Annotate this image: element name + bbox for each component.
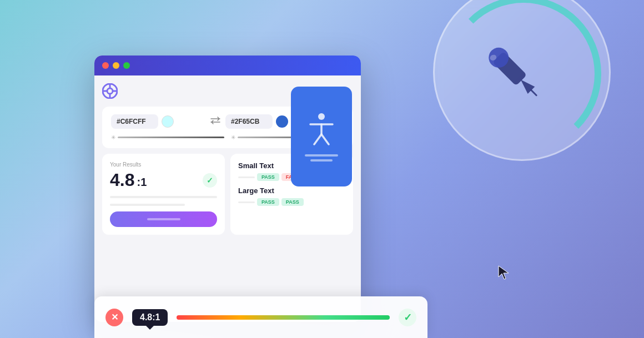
color1-container: #C6FCFF	[111, 114, 205, 129]
gradient-bar-container	[177, 315, 390, 320]
bar-placeholder-2	[110, 204, 185, 206]
ratio-colon: :1	[137, 176, 147, 189]
large-text-badge-row: PASS PASS	[238, 198, 345, 206]
check-icon: ✓	[404, 311, 412, 324]
ratio-number: 4.8	[110, 170, 134, 190]
purple-button-inner	[147, 218, 180, 220]
access-line-1	[305, 154, 338, 157]
svg-line-15	[531, 90, 536, 95]
bottom-grid: Your Results 4.8 :1 ✓	[102, 154, 353, 235]
small-text-pass-badge: PASS	[257, 173, 279, 181]
app-logo	[102, 83, 118, 99]
results-card: Your Results 4.8 :1 ✓	[102, 154, 225, 235]
bottom-bar: ✕ 4.8:1 ✓	[94, 296, 427, 338]
access-card-lines	[305, 154, 338, 162]
svg-point-6	[318, 113, 325, 120]
svg-point-1	[107, 88, 113, 94]
slider1-star: ✳	[111, 134, 115, 140]
swap-icon[interactable]	[210, 117, 221, 127]
small-text-line	[238, 176, 255, 178]
check-green-circle: ✓	[399, 309, 416, 326]
svg-line-9	[314, 134, 321, 144]
check-mark: ✓	[207, 176, 213, 185]
large-text-pass-badge-1: PASS	[257, 198, 279, 206]
large-text-line	[238, 201, 255, 203]
dot-green[interactable]	[123, 62, 130, 69]
results-label: Your Results	[110, 162, 217, 168]
color1-swatch[interactable]	[162, 115, 174, 128]
dot-red[interactable]	[102, 62, 109, 69]
eyedropper-icon	[477, 28, 566, 117]
slider1-bar[interactable]	[118, 137, 224, 138]
ratio-display: 4.8 :1	[110, 170, 147, 190]
ratio-badge: 4.8:1	[132, 309, 168, 326]
purple-button[interactable]	[110, 211, 217, 227]
eyedropper-circle	[433, 0, 611, 161]
color2-swatch[interactable]	[276, 115, 288, 128]
dot-yellow[interactable]	[113, 62, 119, 69]
browser-content: #C6FCFF #2F65CB	[94, 75, 361, 322]
color2-hex-input[interactable]: #2F65CB	[225, 114, 273, 129]
large-text-pass-badge-2: PASS	[281, 198, 304, 206]
accessibility-card	[291, 87, 352, 186]
cursor-arrow	[497, 265, 511, 282]
x-button[interactable]: ✕	[105, 309, 123, 326]
large-text-title: Large Text	[238, 186, 345, 195]
browser-titlebar	[94, 56, 361, 75]
svg-line-10	[321, 134, 329, 144]
bar-placeholder	[110, 196, 217, 198]
color1-hex-input[interactable]: #C6FCFF	[111, 114, 158, 129]
gradient-bar	[177, 315, 390, 320]
pass-check-circle: ✓	[203, 173, 217, 188]
slider1: ✳	[111, 134, 224, 140]
x-icon: ✕	[111, 312, 118, 322]
browser-window: #C6FCFF #2F65CB	[94, 56, 361, 322]
accessibility-icon	[308, 112, 335, 148]
slider2-star: ✳	[231, 134, 235, 140]
access-line-2	[310, 159, 333, 162]
